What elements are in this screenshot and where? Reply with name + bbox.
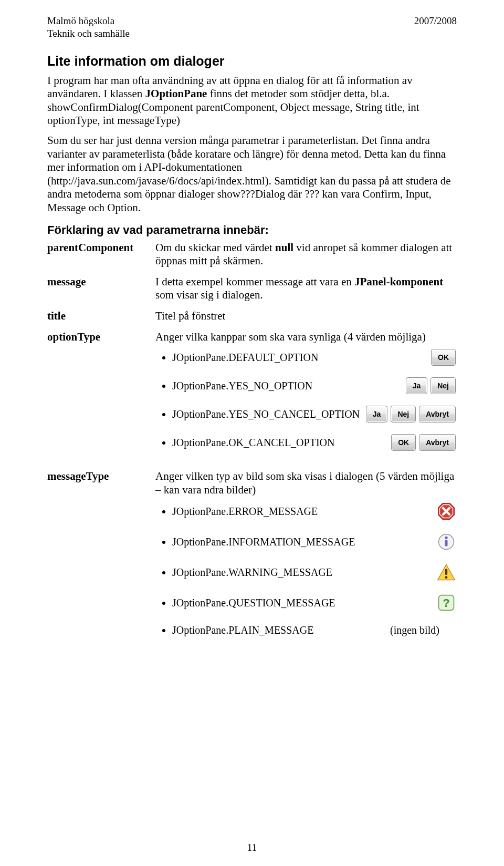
list-item: JOptionPane.WARNING_MESSAGE bbox=[172, 563, 457, 582]
param-label-optiontype: optionType bbox=[47, 331, 152, 463]
param-label-title: title bbox=[47, 310, 152, 323]
intro-paragraph: I program har man ofta användning av att… bbox=[47, 74, 457, 128]
header-right: 2007/2008 bbox=[414, 15, 457, 27]
list-item: JOptionPane.ERROR_MESSAGE bbox=[172, 502, 457, 521]
option-trail: (ingen bild) bbox=[390, 624, 439, 636]
dialog-button-cancel: Avbryt bbox=[419, 434, 456, 451]
messagetype-list: JOptionPane.ERROR_MESSAGE JOptionPane.IN… bbox=[172, 502, 457, 636]
param-label-parentcomponent: parentComponent bbox=[47, 241, 152, 268]
header-left-2: Teknik och samhälle bbox=[47, 28, 130, 39]
list-item: JOptionPane.OK_CANCEL_OPTION OK Avbryt bbox=[172, 434, 457, 451]
param-label-messagetype: messageType bbox=[47, 470, 152, 648]
option-key: JOptionPane.DEFAULT_OPTION bbox=[172, 351, 318, 364]
option-key: JOptionPane.PLAIN_MESSAGE bbox=[172, 624, 387, 636]
header-left-1: Malmö högskola bbox=[47, 15, 114, 27]
option-key: JOptionPane.OK_CANCEL_OPTION bbox=[172, 436, 334, 449]
option-key: JOptionPane.QUESTION_MESSAGE bbox=[172, 596, 335, 609]
svg-text:?: ? bbox=[443, 596, 450, 610]
parameter-table: parentComponent Om du skickar med värdet… bbox=[47, 241, 457, 648]
param-label-message: message bbox=[47, 275, 152, 302]
svg-point-7 bbox=[445, 576, 448, 579]
dialog-button-no: Nej bbox=[391, 406, 416, 422]
param-desc-optiontype: Anger vilka kanppar som ska vara synliga… bbox=[155, 331, 457, 463]
option-key: JOptionPane.ERROR_MESSAGE bbox=[172, 505, 318, 518]
subsection-heading: Förklaring av vad parametrarna innebär: bbox=[47, 223, 457, 237]
page-header: Malmö högskola 2007/2008 Teknik och samh… bbox=[47, 15, 457, 40]
dialog-button-cancel: Avbryt bbox=[419, 406, 456, 422]
svg-rect-6 bbox=[445, 569, 447, 575]
page-number: 11 bbox=[47, 842, 457, 853]
dialog-button-no: Nej bbox=[430, 377, 456, 394]
option-key: JOptionPane.YES_NO_CANCEL_OPTION bbox=[172, 408, 360, 420]
option-key: JOptionPane.WARNING_MESSAGE bbox=[172, 566, 332, 579]
param-desc-title: Titel på fönstret bbox=[155, 310, 457, 323]
info-icon bbox=[437, 532, 456, 551]
svg-rect-4 bbox=[445, 540, 447, 547]
optiontype-list: JOptionPane.DEFAULT_OPTION OK JOptionPan… bbox=[172, 349, 457, 451]
option-key: JOptionPane.INFORMATION_MESSAGE bbox=[172, 535, 355, 548]
error-icon bbox=[437, 502, 456, 521]
section-heading: Lite information om dialoger bbox=[47, 54, 457, 69]
warning-icon bbox=[437, 563, 456, 582]
list-item: JOptionPane.YES_NO_OPTION Ja Nej bbox=[172, 377, 457, 394]
list-item: JOptionPane.YES_NO_CANCEL_OPTION Ja Nej … bbox=[172, 406, 457, 422]
option-key: JOptionPane.YES_NO_OPTION bbox=[172, 379, 312, 392]
body-paragraph: Som du ser har just denna version många … bbox=[47, 134, 457, 215]
list-item: JOptionPane.INFORMATION_MESSAGE bbox=[172, 532, 457, 551]
list-item: JOptionPane.PLAIN_MESSAGE (ingen bild) bbox=[172, 624, 457, 636]
param-desc-messagetype: Anger vilken typ av bild som ska visas i… bbox=[155, 470, 457, 648]
svg-point-3 bbox=[445, 537, 447, 539]
dialog-button-ok: OK bbox=[391, 434, 416, 451]
param-desc-parentcomponent: Om du skickar med värdet null vid anrope… bbox=[155, 241, 457, 268]
question-icon: ? bbox=[437, 593, 456, 612]
dialog-button-yes: Ja bbox=[406, 377, 428, 394]
list-item: JOptionPane.DEFAULT_OPTION OK bbox=[172, 349, 457, 366]
list-item: JOptionPane.QUESTION_MESSAGE ? bbox=[172, 593, 457, 612]
dialog-button-ok: OK bbox=[431, 349, 456, 366]
dialog-button-yes: Ja bbox=[366, 406, 388, 422]
param-desc-message: I detta exempel kommer message att vara … bbox=[155, 275, 457, 302]
